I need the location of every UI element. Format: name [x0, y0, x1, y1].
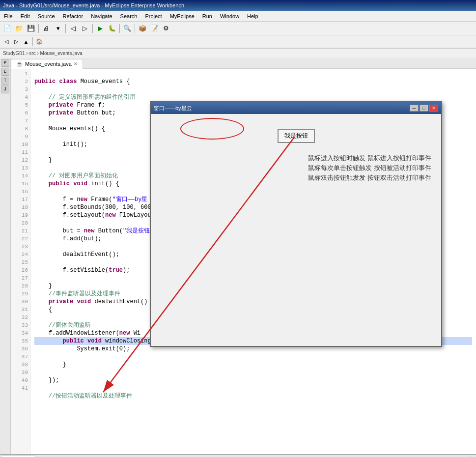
- menu-myeclipse[interactable]: MyEclipse: [166, 11, 198, 21]
- menu-edit[interactable]: Edit: [17, 11, 34, 21]
- title-bar: Java - StudyG01/src/Mouse_events.java - …: [0, 0, 476, 11]
- panel-btn-1[interactable]: P: [1, 59, 9, 67]
- console-toolbar-btns: ■ ≡ 📌: [440, 455, 476, 457]
- toolbar-2: ◁ ▷ ▲ 🏠: [0, 35, 476, 48]
- main-area: P E T J ☕ Mouse_events.java ✕ 12345 6789…: [0, 58, 476, 454]
- forward-btn[interactable]: ▷: [80, 23, 90, 34]
- app-title: Java - StudyG01/src/Mouse_events.java - …: [3, 2, 184, 8]
- dropdown-btn[interactable]: ▾: [53, 23, 63, 34]
- save-btn[interactable]: 💾: [26, 23, 36, 34]
- annotation-line-3: 鼠标双击按钮触发发 按钮双击活动打印事件: [308, 173, 431, 183]
- tab-label: Mouse_events.java: [25, 61, 72, 67]
- menu-help[interactable]: Help: [243, 11, 262, 21]
- nav-forward[interactable]: ▷: [12, 38, 21, 46]
- line-numbers: 12345 678910 1112131415 1617181920 21222…: [11, 69, 30, 454]
- sep2: [65, 24, 66, 33]
- run-btn[interactable]: ▶: [95, 23, 106, 34]
- toolbar-1: 📄 📁 💾 🖨 ▾ ◁ ▷ ▶ 🐛 🔍 📦 📝 ⚙: [0, 22, 476, 35]
- debug-btn[interactable]: 🐛: [107, 23, 117, 34]
- java-maximize-btn[interactable]: □: [420, 105, 428, 112]
- button-oval-annotation: [180, 118, 244, 140]
- menu-run[interactable]: Run: [198, 11, 216, 21]
- menu-navigate[interactable]: Navigate: [87, 11, 116, 21]
- sep3: [92, 24, 93, 33]
- menu-search[interactable]: Search: [116, 11, 141, 21]
- sep1: [38, 24, 39, 33]
- annotation-line-2: 鼠标每次单击按钮触发 按钮被活动打印事件: [308, 163, 431, 173]
- nav-back[interactable]: ◁: [2, 38, 11, 46]
- java-window-controls: ─ □ ✕: [410, 105, 438, 112]
- console-tab-bar: Console ✕ ■ ≡ 📌: [0, 455, 476, 457]
- tab-icon: ☕: [16, 61, 23, 67]
- format-btn[interactable]: 📝: [149, 23, 160, 34]
- java-close-btn[interactable]: ✕: [429, 105, 438, 112]
- menu-window[interactable]: Window: [216, 11, 243, 21]
- sep4: [119, 24, 120, 33]
- sep5: [135, 24, 135, 33]
- event-annotations: 鼠标进入按钮时触发 鼠标进入按钮打印事件 鼠标每次单击按钮触发 按钮被活动打印事…: [308, 153, 431, 183]
- settings-btn[interactable]: ⚙: [161, 23, 171, 34]
- menu-source[interactable]: Source: [34, 11, 59, 21]
- panel-btn-4[interactable]: J: [1, 86, 9, 93]
- nav-home[interactable]: 🏠: [35, 38, 44, 46]
- annotation-line-1: 鼠标进入按钮时触发 鼠标进入按钮打印事件: [308, 153, 431, 163]
- java-demo-button[interactable]: 我是按钮: [278, 129, 315, 143]
- console-options-btn[interactable]: ≡: [451, 455, 462, 457]
- tab-close-btn[interactable]: ✕: [74, 61, 78, 66]
- open-btn[interactable]: 📁: [14, 23, 25, 34]
- java-app-window: 窗口——by星云 ─ □ ✕ 我是按钮 鼠标进入按钮时触发 鼠标进入按钮打印事件…: [150, 101, 442, 347]
- organize-btn[interactable]: 📦: [137, 23, 148, 34]
- console-pin-btn[interactable]: 📌: [463, 455, 474, 457]
- console-area: Console ✕ ■ ≡ 📌 Mouse_events [Java Appli…: [0, 454, 476, 457]
- left-panel: P E T J: [0, 58, 11, 454]
- print-btn[interactable]: 🖨: [41, 23, 52, 34]
- menu-project[interactable]: Project: [141, 11, 166, 21]
- java-minimize-btn[interactable]: ─: [410, 105, 419, 112]
- menu-bar: File Edit Source Refactor Navigate Searc…: [0, 11, 476, 22]
- menu-refactor[interactable]: Refactor: [59, 11, 87, 21]
- sep6: [32, 37, 33, 46]
- java-window-body: 我是按钮 鼠标进入按钮时触发 鼠标进入按钮打印事件 鼠标每次单击按钮触发 按钮被…: [151, 114, 441, 346]
- breadcrumb-bar: StudyG01 › src › Mouse_events.java: [0, 48, 476, 58]
- nav-up[interactable]: ▲: [22, 38, 30, 46]
- console-stop-btn[interactable]: ■: [440, 455, 450, 457]
- java-window-title: 窗口——by星云: [154, 105, 192, 112]
- console-tab[interactable]: Console ✕: [1, 456, 35, 457]
- panel-btn-2[interactable]: E: [1, 68, 9, 76]
- editor-tab-mouse-events[interactable]: ☕ Mouse_events.java ✕: [11, 59, 83, 69]
- breadcrumb-text: StudyG01 › src › Mouse_events.java: [3, 51, 83, 56]
- menu-file[interactable]: File: [0, 11, 17, 21]
- back-btn[interactable]: ◁: [68, 23, 79, 34]
- search-btn[interactable]: 🔍: [122, 23, 133, 34]
- new-btn[interactable]: 📄: [2, 23, 13, 34]
- editor-tab-bar: ☕ Mouse_events.java ✕: [11, 58, 476, 69]
- panel-btn-3[interactable]: T: [1, 77, 9, 85]
- java-window-titlebar: 窗口——by星云 ─ □ ✕: [151, 102, 441, 114]
